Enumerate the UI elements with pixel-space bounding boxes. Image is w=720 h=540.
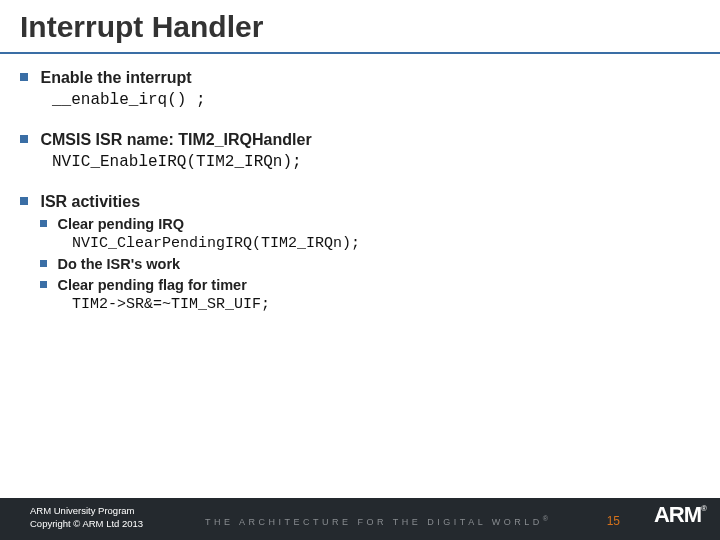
logo-text: ARM — [654, 502, 701, 527]
bullet-enable-interrupt: Enable the interrupt __enable_irq() ; — [20, 69, 700, 109]
sub-clear-pending-flag: Clear pending flag for timer — [57, 277, 246, 293]
heading-enable-interrupt: Enable the interrupt — [40, 69, 191, 86]
page-number: 15 — [607, 514, 620, 528]
tagline-text: THE ARCHITECTURE FOR THE DIGITAL WORLD — [205, 517, 543, 527]
sub-do-isr-work: Do the ISR's work — [57, 256, 180, 272]
registered-icon: ® — [543, 515, 548, 522]
heading-isr-activities: ISR activities — [40, 193, 140, 210]
footer-line2: Copyright © ARM Ltd 2013 — [30, 518, 143, 531]
code-nvic-enable: NVIC_EnableIRQ(TIM2_IRQn); — [52, 153, 700, 171]
footer-bar: ARM University Program Copyright © ARM L… — [0, 498, 720, 540]
sub-clear-pending-irq: Clear pending IRQ — [57, 216, 184, 232]
arm-logo: ARM® — [654, 502, 706, 528]
square-bullet-icon — [40, 220, 47, 227]
footer-line1: ARM University Program — [30, 505, 143, 518]
square-bullet-icon — [40, 260, 47, 267]
square-bullet-icon — [40, 281, 47, 288]
bullet-isr-activities: ISR activities Clear pending IRQ NVIC_Cl… — [20, 193, 700, 313]
footer-tagline: THE ARCHITECTURE FOR THE DIGITAL WORLD® — [205, 515, 548, 527]
slide-title: Interrupt Handler — [0, 0, 720, 54]
code-tim2-sr: TIM2->SR&=~TIM_SR_UIF; — [72, 296, 700, 313]
code-clear-pending: NVIC_ClearPendingIRQ(TIM2_IRQn); — [72, 235, 700, 252]
slide-content: Enable the interrupt __enable_irq() ; CM… — [0, 54, 720, 313]
registered-icon: ® — [701, 504, 706, 513]
square-bullet-icon — [20, 73, 28, 81]
code-enable-irq: __enable_irq() ; — [52, 91, 700, 109]
square-bullet-icon — [20, 135, 28, 143]
footer-attribution: ARM University Program Copyright © ARM L… — [30, 505, 143, 531]
heading-cmsis-isr: CMSIS ISR name: TIM2_IRQHandler — [40, 131, 311, 148]
bullet-cmsis-isr: CMSIS ISR name: TIM2_IRQHandler NVIC_Ena… — [20, 131, 700, 171]
square-bullet-icon — [20, 197, 28, 205]
